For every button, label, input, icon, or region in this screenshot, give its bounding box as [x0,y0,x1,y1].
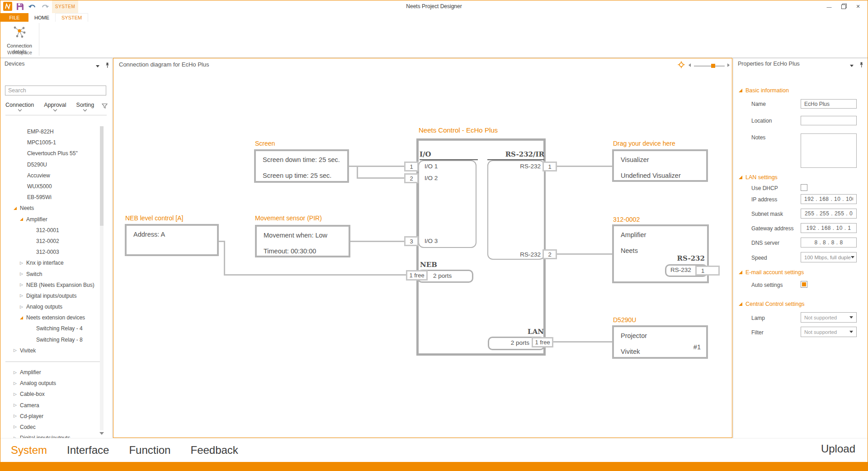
filter-approval[interactable]: Approval [44,102,66,111]
tab-system[interactable]: SYSTEM [55,13,88,22]
tree-expander-icon[interactable] [21,184,27,189]
pin-icon[interactable] [859,62,863,69]
tree-item[interactable]: 312-0001 [0,225,113,236]
tree-item[interactable]: Analog outputs [0,378,113,389]
tree-expander-icon[interactable] [14,414,20,419]
tree-expander-icon[interactable] [21,140,27,145]
section-lan-settings[interactable]: LAN settings [739,174,778,181]
neb-level-node[interactable]: Address: A [125,224,219,256]
tree-item[interactable]: Clevertouch Plus 55" [0,148,113,159]
tree-item[interactable]: 312-0003 [0,247,113,257]
amplifier-rs232-port-tag[interactable]: 1 [695,266,720,276]
tree-expander-icon[interactable] [30,249,36,255]
tree-item[interactable]: Amplifier [0,367,113,378]
restore-button[interactable] [836,0,851,13]
notes-field[interactable] [801,133,857,168]
tree-expander-icon[interactable] [21,129,27,134]
section-central-control[interactable]: Central Control settings [739,301,805,307]
dns-server-field[interactable] [801,238,857,247]
neb-free-tag[interactable]: 1 free [406,270,428,281]
tree-expander-icon[interactable] [14,424,20,430]
zoom-slider-thumb[interactable] [711,64,715,68]
tree-item[interactable] [0,356,113,367]
tree-expander-icon[interactable] [21,162,27,167]
tab-home[interactable]: HOME [28,13,55,22]
zoom-out-arrow[interactable] [689,63,691,67]
filter-dropdown[interactable]: Not supported [801,327,857,337]
close-button[interactable]: ✕ [851,0,865,13]
bottom-nav-item[interactable]: Function [129,444,170,457]
connection-diagram-canvas[interactable]: Connection diagram for EcHo Plus Screen … [113,58,732,438]
search-input[interactable] [5,86,106,95]
tree-expander-icon[interactable] [14,205,20,211]
tree-expander-icon[interactable] [21,151,27,156]
tree-item[interactable]: EB-595Wi [0,192,113,203]
tree-item[interactable]: NEB (Neets Expansion Bus) [0,280,113,290]
tree-expander-icon[interactable] [20,217,26,222]
rs232-port-2-tag[interactable]: 2 [542,249,557,259]
upload-button[interactable]: Upload [821,442,855,455]
tree-expander-icon[interactable] [21,173,27,178]
tree-item[interactable]: Cable-box [0,389,113,400]
tree-item[interactable]: Codec [0,422,113,433]
tree-expander-icon[interactable] [14,403,20,408]
pir-node[interactable]: Movement when: Low Timeout: 00:30:00 [255,225,350,257]
tree-expander-icon[interactable] [20,282,26,288]
tree-expander-icon[interactable] [14,391,20,397]
subnet-mask-field[interactable] [801,209,857,219]
lan-free-tag[interactable]: 1 free [532,337,553,347]
tree-expander-icon[interactable] [30,337,36,343]
bottom-nav-item[interactable]: Feedback [190,444,238,457]
auto-settings-checkbox[interactable] [801,281,807,288]
chevron-down-icon[interactable] [96,65,99,67]
tree-expander-icon[interactable] [20,304,26,309]
tree-item[interactable]: Accuview [0,170,113,181]
gateway-address-field[interactable] [801,223,857,233]
tree-item[interactable]: Digital inputs/outputs [0,433,113,438]
tree-expander-icon[interactable] [20,315,26,320]
scroll-down-arrow-icon[interactable] [99,432,104,435]
chevron-down-icon[interactable] [850,65,854,67]
zoom-in-arrow[interactable] [727,63,730,67]
tree-item[interactable]: Switch [0,268,113,279]
io-port-2-tag[interactable]: 2 [404,173,419,183]
visualizer-node[interactable]: Visualizer Undefined Visualizer [612,149,708,182]
projector-node[interactable]: Projector Vivitek #1 [612,325,708,359]
tree-item[interactable]: Cd-player [0,411,113,422]
pin-icon[interactable] [105,62,109,70]
tree-item[interactable]: Knx ip interface [0,257,113,268]
tree-expander-icon[interactable] [20,260,26,266]
bottom-nav-item[interactable]: Interface [67,444,109,457]
lamp-dropdown[interactable]: Not supported [801,312,857,323]
tree-item[interactable]: Camera [0,400,113,411]
tree-item[interactable]: EMP-822H [0,126,113,137]
filter-sorting[interactable]: Sorting [76,102,94,111]
io-port-1-tag[interactable]: 1 [404,162,419,171]
tree-item[interactable]: Switching Relay - 8 [0,334,113,345]
tree-expander-icon[interactable] [30,228,36,233]
tree-expander-icon[interactable] [20,293,26,299]
tree-item[interactable]: MPC1005-1 [0,137,113,148]
speed-dropdown[interactable]: 100 Mbps, full duple [801,252,857,262]
tree-item[interactable]: Switching Relay - 4 [0,323,113,334]
tree-expander-icon[interactable] [14,348,20,353]
use-dhcp-checkbox[interactable] [801,184,807,191]
tree-item[interactable]: Digital inputs/outputs [0,290,113,301]
tree-item[interactable]: Amplifier [0,214,113,225]
tree-expander-icon[interactable] [20,271,26,277]
tree-item[interactable]: Neets extension devices [0,312,113,323]
name-field[interactable] [801,99,857,109]
section-email-settings[interactable]: E-mail account settings [739,269,804,276]
zoom-slider-track[interactable] [694,66,725,67]
tree-item[interactable]: Analog outputs [0,301,113,312]
rs232-port-1-tag[interactable]: 1 [542,162,557,171]
tree-scrollbar-thumb[interactable] [100,126,104,226]
tree-item[interactable]: Neets [0,203,113,214]
filter-funnel-icon[interactable] [102,103,108,111]
tree-item[interactable]: 312-0002 [0,236,113,247]
tree-item[interactable]: D5290U [0,159,113,170]
tree-expander-icon[interactable] [14,381,20,386]
minimize-button[interactable]: — [822,0,836,13]
tree-expander-icon[interactable] [30,238,36,244]
location-field[interactable] [801,116,857,125]
